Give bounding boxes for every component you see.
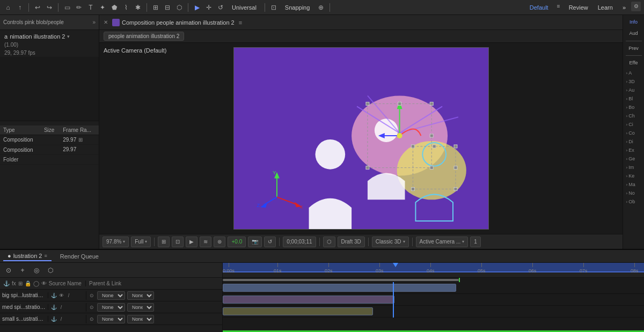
tc-icon-link[interactable]: ⊙ — [3, 265, 14, 276]
zoom-selector[interactable]: 97.8% ▾ — [103, 237, 129, 247]
layer2-mode-select[interactable]: None — [97, 303, 125, 312]
tc-icon-3d[interactable]: ⬡ — [45, 265, 56, 276]
timeline-tab-comp[interactable]: ● lustration 2 ≡ — [3, 252, 52, 261]
workspace-more-btn[interactable]: » — [618, 2, 630, 13]
right-panel-info[interactable]: Info — [624, 17, 643, 27]
toolbar-icon-settings[interactable]: ⚙ — [631, 2, 641, 11]
right-panel-no[interactable]: › No — [624, 189, 643, 197]
layer1-anchor-icon[interactable]: ⚓ — [50, 292, 57, 299]
table-row[interactable]: Composition 29.97 ⊞ — [0, 135, 99, 145]
draft3d-icon[interactable]: ⬡ — [323, 237, 335, 247]
right-panel-a[interactable]: › A — [624, 69, 643, 77]
right-panel-preview[interactable]: Prev — [624, 43, 643, 54]
layer2-ctrl-icon[interactable]: ⊙ — [89, 304, 95, 311]
layer1-edit-icon[interactable]: / — [65, 292, 72, 299]
timecode-display[interactable]: 0;00;03;11 — [283, 237, 316, 247]
table-row[interactable]: Folder — [0, 154, 99, 164]
right-panel-effects[interactable]: Effe — [624, 58, 643, 68]
right-panel-bo[interactable]: › Bo — [624, 104, 643, 111]
ruler-playhead[interactable] — [393, 263, 398, 267]
channel-selector[interactable]: 1 — [470, 237, 481, 247]
timeline-layer-1[interactable]: big spi...lustration.ai ⚓ 👁 / ⊙ None Non… — [0, 290, 222, 301]
right-panel-co[interactable]: › Co — [624, 129, 643, 137]
right-panel-im[interactable]: › Im — [624, 164, 643, 171]
right-panel-blu[interactable]: › Bl — [624, 95, 643, 102]
layer3-ctrl-icon[interactable]: ⊙ — [89, 316, 95, 322]
toolbar-icon-brush[interactable]: ✦ — [98, 3, 107, 12]
layer2-link-select[interactable]: None — [127, 303, 154, 312]
comp-tab-menu[interactable]: ≡ — [239, 19, 242, 26]
layer2-anchor-icon[interactable]: ⚓ — [50, 304, 57, 311]
color-btn[interactable]: +0.0 — [228, 237, 246, 247]
toolbar-icon-text[interactable]: T — [86, 3, 96, 12]
layer3-mode-select[interactable]: None — [97, 315, 125, 323]
toolbar-icon-puppet[interactable]: ✱ — [133, 3, 143, 12]
toolbar-icon-crosshair[interactable]: ✛ — [204, 3, 214, 12]
timeline-layer-3[interactable]: small s...ustration.ai ⚓ / ⊙ None None — [0, 313, 222, 325]
right-panel-dis[interactable]: › Di — [624, 138, 643, 145]
panel-expand-btn[interactable]: » — [92, 19, 96, 25]
layer1-mode-select[interactable]: None — [97, 291, 125, 300]
timeline-tab-menu[interactable]: ≡ — [44, 253, 47, 259]
toolbar-icon-align[interactable]: ⊞ — [151, 3, 160, 12]
quality-selector[interactable]: Full ▾ — [131, 237, 151, 247]
right-panel-cin[interactable]: › Ci — [624, 121, 643, 128]
comp-subtab[interactable]: people animation illustration 2 — [104, 32, 184, 41]
toolbar-icon-select[interactable]: ▶ — [192, 3, 202, 12]
grid-btn[interactable]: ⊞ — [158, 237, 170, 247]
render-mode-selector[interactable]: Draft 3D — [338, 237, 365, 247]
workspace-learn-btn[interactable]: Learn — [594, 2, 617, 13]
camera-icon-btn[interactable]: 📷 — [248, 237, 262, 247]
table-row[interactable]: Composition 29.97 — [0, 145, 99, 154]
tab-close-btn[interactable]: ✕ — [101, 19, 110, 25]
layer2-edit-icon[interactable]: / — [58, 304, 64, 311]
timeline-ruler[interactable]: 0:00s 01s 02s 03s 04s — [223, 263, 644, 278]
toolbar-icon-path[interactable]: ⌇ — [121, 3, 131, 12]
mask-btn[interactable]: ⊡ — [172, 237, 184, 247]
workspace-review-btn[interactable]: Review — [565, 2, 592, 13]
track-row-2[interactable] — [223, 294, 644, 306]
toolbar-icon-select-rect[interactable]: ▭ — [62, 3, 72, 12]
layer1-link-select[interactable]: None — [127, 291, 154, 300]
right-panel-au[interactable]: › Au — [624, 86, 643, 94]
track-row-3[interactable] — [223, 306, 644, 318]
toolbar-icon-pen[interactable]: ✏ — [74, 3, 84, 12]
workspace-default-btn[interactable]: Default — [525, 2, 553, 13]
work-area[interactable] — [223, 278, 644, 282]
tc-icon-add[interactable]: + — [17, 265, 28, 276]
layer1-eye-icon[interactable]: 👁 — [58, 292, 64, 299]
toolbar-icon-up[interactable]: ↑ — [15, 3, 25, 12]
layer3-edit-icon[interactable]: / — [58, 316, 64, 322]
right-panel-ob[interactable]: › Ob — [624, 198, 643, 205]
right-panel-3d[interactable]: › 3D — [624, 78, 643, 85]
tc-icon-solo[interactable]: ◎ — [31, 265, 42, 276]
toolbar-icon-redo[interactable]: ↪ — [45, 3, 54, 12]
rotate-btn[interactable]: ↺ — [264, 237, 276, 247]
layer3-link-select[interactable]: None — [127, 315, 154, 323]
right-panel-ma[interactable]: › Ma — [624, 181, 643, 188]
layer3-anchor-icon[interactable]: ⚓ — [50, 316, 57, 322]
layer1-ctrl-icon[interactable]: ⊙ — [89, 292, 95, 299]
track-row-1[interactable] — [223, 282, 644, 294]
right-panel-ch[interactable]: › Ch — [624, 112, 643, 120]
toolbar-icon-rotate[interactable]: ↺ — [216, 3, 225, 12]
draft-btn[interactable]: ⊛ — [214, 237, 225, 247]
toolbar-icon-distribute[interactable]: ⊟ — [163, 3, 172, 12]
preview-btn[interactable]: ▶ — [186, 237, 197, 247]
workspace-menu-icon[interactable]: ≡ — [554, 2, 564, 11]
right-panel-audio[interactable]: Aud — [624, 28, 643, 39]
render-queue-tab[interactable]: Render Queue — [56, 252, 103, 261]
motion-blur-btn[interactable]: ≋ — [200, 237, 211, 247]
toolbar-snapping-btn[interactable]: Snapping — [281, 2, 314, 13]
toolbar-universal-btn[interactable]: Universal — [228, 2, 261, 13]
camera-selector[interactable]: Active Camera ... ▾ — [416, 237, 469, 247]
toolbar-icon-undo[interactable]: ↩ — [33, 3, 42, 12]
right-panel-ex[interactable]: › Ex — [624, 146, 643, 154]
comp-dropdown-arrow[interactable]: ▾ — [67, 34, 70, 39]
right-panel-ke[interactable]: › Ke — [624, 172, 643, 180]
toolbar-icon-snap2[interactable]: ⊕ — [316, 3, 326, 12]
toolbar-snapping-icon[interactable]: ⊡ — [269, 3, 279, 12]
timeline-layer-2[interactable]: med spi...stration.ai ⚓ / ⊙ None None — [0, 301, 222, 313]
renderer-selector[interactable]: Classic 3D ▾ — [372, 237, 409, 247]
right-panel-ge[interactable]: › Ge — [624, 155, 643, 163]
